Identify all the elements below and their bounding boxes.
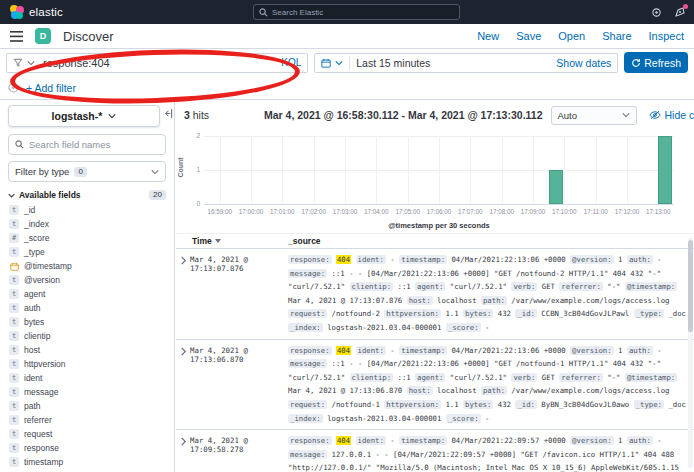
source-value: ::1: [397, 282, 410, 291]
query-text[interactable]: response:404: [43, 57, 277, 69]
histogram-bar[interactable]: [658, 136, 672, 204]
show-dates-button[interactable]: Show dates: [556, 57, 611, 69]
interval-select[interactable]: Auto: [551, 106, 637, 125]
highlighted-value: 404: [336, 436, 351, 445]
expand-row-icon[interactable]: [180, 437, 187, 446]
source-value: 1.1: [445, 309, 458, 318]
highlighted-value: 404: [336, 346, 351, 355]
sidebar-field-ident[interactable]: tident: [4, 371, 170, 385]
expand-row-icon[interactable]: [180, 256, 187, 265]
source-field-name: ident:: [356, 346, 386, 355]
chevron-down-icon[interactable]: [27, 60, 35, 66]
sidebar-field-response[interactable]: tresponse: [4, 441, 170, 455]
source-value: -: [657, 255, 661, 264]
sort-desc-icon: [215, 239, 221, 243]
calendar-icon[interactable]: [321, 58, 331, 68]
sidebar-field-auth[interactable]: tauth: [4, 301, 170, 315]
string-type-icon: t: [9, 387, 19, 397]
sidebar-field-bytes[interactable]: tbytes: [4, 315, 170, 329]
sidebar-field-timestamp[interactable]: ttimestamp: [4, 455, 170, 469]
histogram-bar[interactable]: [549, 170, 563, 204]
string-type-icon: t: [9, 205, 19, 215]
expand-row-icon[interactable]: [180, 347, 187, 356]
row-source: response: 404 ident: - timestamp: 04/Mar…: [288, 430, 694, 472]
nav-action-open[interactable]: Open: [558, 30, 585, 42]
sidebar-field-_index[interactable]: t_index: [4, 217, 170, 231]
source-field-name: agent:: [415, 373, 445, 382]
hide-chart-button[interactable]: Hide chart: [649, 109, 694, 121]
sidebar-field-host[interactable]: thost: [4, 343, 170, 357]
global-search-box[interactable]: [253, 4, 460, 20]
space-badge[interactable]: D: [35, 28, 51, 44]
source-field-name: agent:: [415, 282, 445, 291]
sidebar-field-_id[interactable]: t_id: [4, 203, 170, 217]
string-type-icon: t: [9, 429, 19, 439]
chevron-down-icon[interactable]: [335, 60, 343, 66]
source-field-name: _index:: [288, 414, 323, 423]
add-filter-button[interactable]: + Add filter: [26, 82, 76, 94]
date-picker[interactable]: Last 15 minutes Show dates: [314, 53, 618, 73]
source-value: "curl/7.52.1": [450, 282, 507, 291]
global-search-input[interactable]: [272, 8, 454, 17]
sidebar-field-_score[interactable]: #_score: [4, 231, 170, 245]
brand-name: elastic: [29, 6, 63, 18]
field-name: timestamp: [24, 457, 63, 467]
field-name: auth: [24, 303, 41, 313]
sidebar-field-request[interactable]: trequest: [4, 427, 170, 441]
sidebar-field-@version[interactable]: t@version: [4, 273, 170, 287]
filter-bar: + Add filter: [0, 76, 694, 100]
saved-query-menu-icon[interactable]: [8, 82, 19, 93]
time-range-title: Mar 4, 2021 @ 16:58:30.112 - Mar 4, 2021…: [264, 109, 543, 121]
sidebar-field-path[interactable]: tpath: [4, 399, 170, 413]
field-search-box[interactable]: [8, 134, 166, 155]
gridline: [314, 136, 315, 204]
nav-action-new[interactable]: New: [477, 30, 499, 42]
available-fields-header[interactable]: Available fields 20: [8, 190, 166, 200]
source-field-name: _type:: [634, 309, 664, 318]
main-content: 3 hits Mar 4, 2021 @ 16:58:30.112 - Mar …: [176, 100, 694, 472]
nav-action-share[interactable]: Share: [602, 30, 631, 42]
elastic-brand[interactable]: elastic: [10, 5, 63, 19]
source-value: _doc: [668, 309, 686, 318]
source-field-name: response:: [288, 346, 332, 355]
time-range-value[interactable]: Last 15 minutes: [356, 57, 430, 69]
source-value: ::1: [397, 373, 410, 382]
sidebar-field-@timestamp[interactable]: @timestamp: [4, 259, 170, 273]
scrollbar-thumb[interactable]: [688, 240, 693, 332]
sidebar-field-message[interactable]: tmessage: [4, 385, 170, 399]
string-type-icon: t: [9, 457, 19, 467]
sidebar-field-referrer[interactable]: treferrer: [4, 413, 170, 427]
user-avatar-icon[interactable]: [674, 6, 686, 18]
source-value: 1: [618, 436, 622, 445]
nav-action-inspect[interactable]: Inspect: [649, 30, 684, 42]
time-column-header[interactable]: Time: [192, 236, 221, 246]
menu-icon[interactable]: [10, 31, 23, 42]
source-field-name: @version:: [570, 255, 614, 264]
field-search-input[interactable]: [29, 139, 159, 150]
vertical-scrollbar[interactable]: [688, 238, 693, 468]
nav-action-save[interactable]: Save: [516, 30, 541, 42]
eye-slash-icon: [649, 110, 661, 120]
doc-table-header: Time _source: [176, 233, 694, 249]
sidebar-field-httpversion[interactable]: thttpversion: [4, 357, 170, 371]
source-field-name: message:: [288, 450, 327, 459]
settings-icon[interactable]: [651, 7, 662, 18]
sidebar-field-agent[interactable]: tagent: [4, 287, 170, 301]
query-input[interactable]: response:404 KQL: [6, 53, 308, 73]
filter-by-type-button[interactable]: Filter by type 0: [8, 161, 166, 182]
gridline: [533, 136, 534, 204]
collapse-sidebar-icon[interactable]: [162, 108, 173, 119]
source-field-name: httpversion:: [384, 400, 441, 409]
sidebar-field-_type[interactable]: t_type: [4, 245, 170, 259]
sidebar-field-clientip[interactable]: tclientip: [4, 329, 170, 343]
histogram-chart[interactable]: Count @timestamp per 30 seconds 01216:59…: [176, 130, 694, 233]
source-field-name: referrer:: [559, 282, 603, 291]
filter-icon[interactable]: [13, 58, 23, 68]
hits-count: 3 hits: [184, 109, 256, 121]
source-field-name: message:: [288, 269, 327, 278]
index-pattern-select[interactable]: logstash-*: [8, 105, 160, 127]
refresh-button[interactable]: Refresh: [624, 52, 688, 73]
source-field-name: verb:: [511, 373, 537, 382]
source-field-name: clientip:: [350, 373, 394, 382]
query-language-button[interactable]: KQL: [281, 57, 301, 68]
